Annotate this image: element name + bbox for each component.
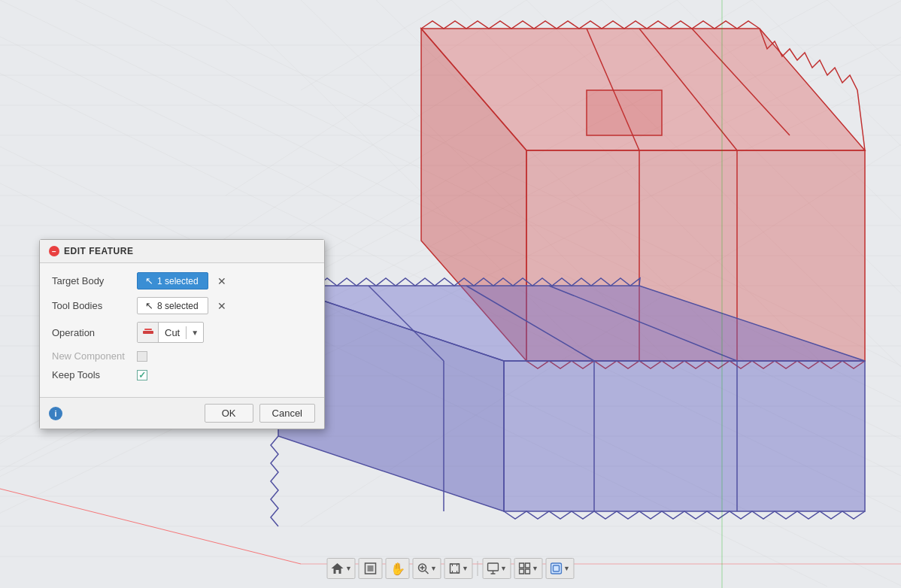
zoom-button[interactable]: ▼ (413, 558, 441, 579)
zoom-fit-button[interactable]: ▼ (444, 558, 473, 579)
svg-rect-84 (525, 569, 529, 574)
dialog-header-icon: − (49, 246, 59, 256)
keep-tools-label: Keep Tools (52, 369, 131, 380)
target-body-clear-button[interactable]: ✕ (214, 274, 229, 289)
target-body-row: Target Body ↖ 1 selected ✕ (52, 272, 312, 289)
operation-select[interactable]: Cut ▼ (137, 322, 204, 343)
operation-dropdown-arrow[interactable]: ▼ (186, 326, 203, 339)
home-view-button[interactable]: ▼ (327, 558, 356, 579)
cancel-button[interactable]: Cancel (259, 404, 315, 423)
checkmark-icon: ✓ (138, 370, 146, 380)
svg-rect-78 (487, 563, 498, 571)
svg-rect-72 (368, 565, 374, 571)
edit-feature-dialog: − EDIT FEATURE Target Body ↖ 1 selected … (39, 239, 325, 429)
new-component-row: New Component (52, 350, 312, 362)
target-body-value: 1 selected (157, 276, 199, 286)
tool-bodies-clear-button[interactable]: ✕ (214, 299, 229, 314)
svg-rect-69 (144, 329, 152, 330)
tool-bodies-select-button[interactable]: ↖ 8 selected (137, 297, 208, 314)
toolbar-divider-1 (478, 561, 478, 576)
ok-button[interactable]: OK (205, 404, 253, 423)
tool-bodies-row: Tool Bodies ↖ 8 selected ✕ (52, 297, 312, 314)
bottom-toolbar: ▼ ✋ ▼ ▼ ▼ (327, 558, 575, 579)
svg-rect-77 (450, 564, 459, 573)
operation-value: Cut (159, 325, 186, 341)
new-component-label: New Component (52, 350, 131, 362)
svg-rect-82 (525, 563, 529, 568)
svg-line-74 (425, 571, 428, 574)
svg-marker-70 (331, 563, 343, 574)
dialog-body: Target Body ↖ 1 selected ✕ Tool Bodies ↖… (40, 263, 324, 397)
grid-settings-button[interactable]: ▼ (514, 558, 543, 579)
svg-marker-58 (504, 361, 865, 511)
svg-rect-81 (519, 563, 523, 568)
svg-rect-68 (143, 331, 153, 334)
display-settings-button[interactable]: ▼ (483, 558, 511, 579)
tool-bodies-value: 8 selected (157, 301, 199, 311)
new-component-checkbox[interactable] (137, 351, 147, 362)
dialog-footer: i OK Cancel (40, 397, 324, 429)
cut-icon (138, 323, 159, 342)
svg-rect-83 (519, 569, 523, 574)
info-icon[interactable]: i (49, 407, 62, 420)
tool-bodies-label: Tool Bodies (52, 300, 131, 311)
operation-row: Operation Cut ▼ (52, 322, 312, 343)
keep-tools-checkbox[interactable]: ✓ (137, 370, 147, 380)
cursor-icon: ↖ (145, 275, 153, 286)
snap-settings-button[interactable]: ▼ (546, 558, 575, 579)
svg-rect-55 (587, 90, 662, 135)
tool-cursor-icon: ↖ (145, 300, 153, 311)
dialog-title: EDIT FEATURE (64, 246, 133, 256)
target-body-select-button[interactable]: ↖ 1 selected (137, 272, 208, 289)
svg-rect-85 (551, 563, 561, 574)
target-body-label: Target Body (52, 275, 131, 286)
pan-button[interactable]: ✋ (386, 558, 410, 579)
fit-all-button[interactable] (359, 558, 383, 579)
operation-label: Operation (52, 327, 131, 338)
keep-tools-row: Keep Tools ✓ (52, 369, 312, 380)
dialog-header: − EDIT FEATURE (40, 240, 324, 263)
